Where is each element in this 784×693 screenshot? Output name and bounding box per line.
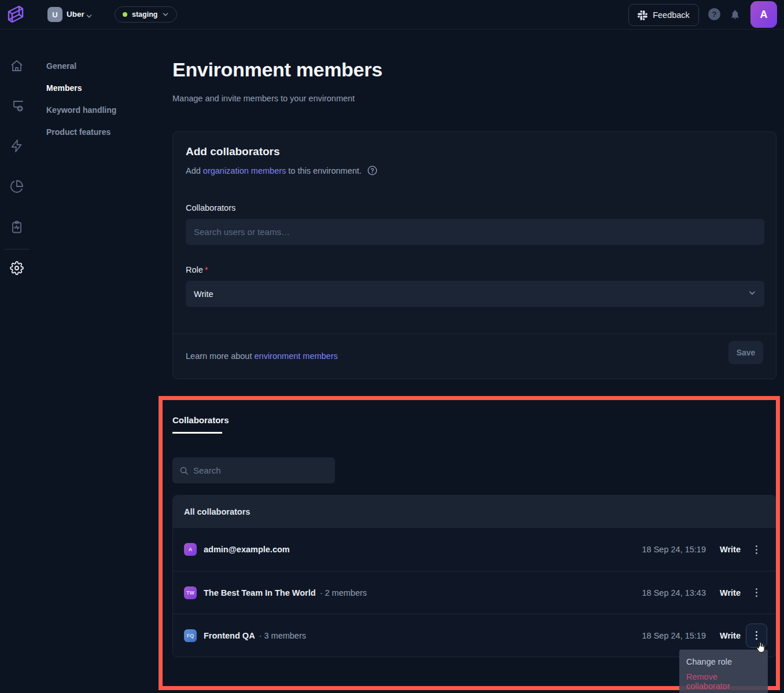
member-count: · 3 members — [259, 631, 306, 640]
top-bar: U Uber staging Feedback ? A — [0, 0, 784, 30]
page-subtitle: Manage and invite members to your enviro… — [172, 94, 355, 103]
collaborator-name: The Best Team In The World — [204, 588, 316, 597]
subnav-item-members[interactable]: Members — [46, 83, 82, 93]
role-label-text: Role — [186, 265, 203, 274]
mouse-cursor-pointer — [753, 640, 767, 657]
card-footer-divider — [173, 333, 776, 334]
added-date: 18 Sep 24, 15:19 — [642, 631, 706, 640]
collaborators-table: All collaborators A admin@example.com 18… — [172, 495, 776, 657]
avatar: TW — [184, 586, 197, 599]
home-icon[interactable] — [10, 59, 24, 73]
notifications-bell-icon[interactable] — [730, 9, 741, 23]
collaborators-search-input[interactable] — [186, 219, 764, 245]
organization-members-link[interactable]: organization members — [203, 166, 286, 175]
collaborators-search-input[interactable] — [193, 465, 328, 475]
card-description: Add organization members to this environ… — [186, 166, 377, 175]
rail-divider — [5, 249, 29, 250]
learn-more-prefix: Learn more about — [186, 351, 255, 361]
subnav-item-product-features[interactable]: Product features — [46, 127, 111, 137]
learn-more-text: Learn more about environment members — [186, 351, 338, 361]
added-date: 18 Sep 24, 15:19 — [642, 545, 706, 554]
slack-icon — [638, 10, 647, 20]
role-value: Write — [715, 631, 741, 640]
collaborator-name: admin@example.com — [204, 545, 290, 554]
table-header: All collaborators — [173, 496, 776, 528]
row-actions-kebab-icon[interactable] — [746, 538, 766, 560]
app-root: U Uber staging Feedback ? A — [0, 0, 784, 693]
desc-suffix: to this environment. — [288, 166, 362, 175]
desc-prefix: Add — [186, 166, 201, 175]
environment-members-link[interactable]: environment members — [255, 351, 338, 361]
chevron-down-icon — [162, 11, 169, 18]
feedback-label: Feedback — [653, 10, 690, 20]
collaborators-field-label: Collaborators — [186, 203, 235, 212]
avatar: FQ — [184, 629, 197, 642]
org-name[interactable]: Uber — [67, 10, 84, 19]
chevron-down-icon — [86, 12, 93, 22]
role-select-value: Write — [194, 289, 214, 299]
page-title: Environment members — [172, 58, 382, 81]
user-avatar[interactable]: A — [750, 1, 777, 28]
help-icon[interactable]: ? — [708, 8, 720, 20]
feedback-button[interactable]: Feedback — [628, 4, 699, 26]
tab-collaborators[interactable]: Collaborators — [172, 415, 229, 425]
monitoring-clipboard-icon[interactable] — [10, 220, 24, 234]
avatar: A — [184, 543, 197, 556]
role-field-label: Role* — [186, 265, 208, 274]
app-logo-icon[interactable] — [5, 2, 28, 27]
menu-item-remove-collaborator[interactable]: Remove collaborator — [679, 669, 768, 693]
flag-add-icon[interactable] — [10, 98, 25, 113]
environment-status-dot — [123, 12, 127, 17]
role-value: Write — [715, 545, 741, 554]
role-value: Write — [715, 588, 741, 597]
subnav-item-general[interactable]: General — [46, 61, 76, 71]
lightning-icon[interactable] — [10, 139, 24, 153]
subnav-item-keyword-handling[interactable]: Keyword handling — [46, 105, 116, 115]
save-button[interactable]: Save — [728, 341, 763, 364]
environment-name: staging — [132, 10, 157, 19]
org-avatar[interactable]: U — [47, 7, 62, 22]
card-title: Add collaborators — [186, 145, 280, 158]
collaborator-row: TW The Best Team In The World · 2 member… — [173, 571, 776, 614]
collaborators-search-box[interactable] — [172, 457, 335, 483]
role-select[interactable]: Write — [186, 281, 764, 307]
pie-chart-icon[interactable] — [10, 179, 24, 193]
member-count: · 2 members — [320, 588, 367, 597]
required-asterisk: * — [205, 265, 208, 274]
tab-active-underline — [172, 432, 222, 434]
help-circle-icon[interactable] — [367, 166, 377, 175]
collaborator-row: A admin@example.com 18 Sep 24, 15:19 Wri… — [173, 528, 776, 571]
collaborator-name: Frontend QA — [204, 631, 255, 640]
row-actions-kebab-icon[interactable] — [746, 582, 766, 604]
add-collaborators-card: Add collaborators Add organization membe… — [172, 131, 776, 379]
search-icon — [179, 466, 189, 475]
settings-gear-icon[interactable] — [10, 261, 24, 275]
chevron-down-icon — [748, 289, 756, 299]
environment-selector[interactable]: staging — [115, 6, 177, 23]
added-date: 18 Sep 24, 13:43 — [642, 588, 706, 597]
